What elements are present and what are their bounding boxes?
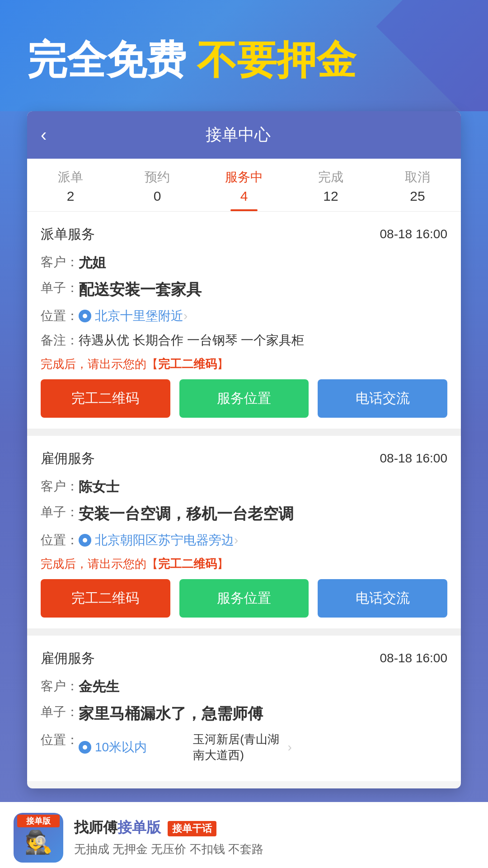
order-card-1: 派单服务 08-18 16:00 客户： 尤姐 单子： 配送安装一套家具 位置： xyxy=(27,212,461,429)
bottom-ad-section: 接单版 🕵️ 找师傅接单版 接单干话 无抽成 无押金 无压价 不扣钱 不套路 xyxy=(0,802,488,868)
order-time-2: 08-18 16:00 xyxy=(380,451,447,466)
qr-link-2: 完工二维码 xyxy=(158,557,217,571)
completion-notice-2: 完成后，请出示您的【完工二维码】 xyxy=(41,556,447,572)
tab-dispatched[interactable]: 派单 2 xyxy=(27,159,114,211)
tab-reserved-count: 0 xyxy=(154,189,161,204)
btn-location-1[interactable]: 服务位置 xyxy=(179,379,309,418)
nav-title: 接单中心 xyxy=(56,124,420,146)
item-label-3: 单子： xyxy=(41,703,79,721)
location-icon-1 xyxy=(79,310,91,322)
tab-in-service-count: 4 xyxy=(240,189,248,204)
order-type-2: 雇佣服务 xyxy=(41,449,95,468)
order-time-1: 08-18 16:00 xyxy=(380,227,447,241)
ad-version: 接单版 xyxy=(117,819,161,835)
tab-dispatched-label: 派单 xyxy=(58,169,83,186)
btn-qr-1[interactable]: 完工二维码 xyxy=(41,379,170,418)
item-value-1: 配送安装一套家具 xyxy=(79,279,447,300)
ad-icon: 接单版 🕵️ xyxy=(14,813,63,863)
customer-label-1: 客户： xyxy=(41,254,79,271)
order-customer-row-3: 客户： 金先生 xyxy=(41,678,447,696)
order-type-1: 派单服务 xyxy=(41,225,95,244)
location-content-2[interactable]: 北京朝阳区苏宁电器旁边 › xyxy=(79,532,238,549)
ad-badge: 接单干话 xyxy=(168,821,216,836)
location-text-3: 玉河新居(青山湖南大道西) xyxy=(193,731,287,763)
remark-label-1: 备注： xyxy=(41,332,79,349)
order-location-row-3[interactable]: 位置： 10米以内 玉河新居(青山湖南大道西) › xyxy=(41,731,447,763)
order-item-row-1: 单子： 配送安装一套家具 xyxy=(41,279,447,300)
remark-value-1: 待遇从优 长期合作 一台钢琴 一个家具柜 xyxy=(79,332,447,349)
completion-notice-1: 完成后，请出示您的【完工二维码】 xyxy=(41,356,447,372)
customer-value-2: 陈女士 xyxy=(79,478,447,496)
location-content-3[interactable]: 10米以内 玉河新居(青山湖南大道西) › xyxy=(79,731,292,763)
order-customer-row-2: 客户： 陈女士 xyxy=(41,478,447,496)
item-label-2: 单子： xyxy=(41,504,79,521)
btn-phone-1[interactable]: 电话交流 xyxy=(318,379,447,418)
order-type-3: 雇佣服务 xyxy=(41,649,95,668)
item-label-1: 单子： xyxy=(41,279,79,297)
hero-yellow-text: 不要押金 xyxy=(197,38,356,82)
tab-dispatched-count: 2 xyxy=(67,189,75,204)
hero-title: 完全免费 不要押金 xyxy=(27,36,461,84)
customer-label-3: 客户： xyxy=(41,678,79,695)
location-label-3: 位置： xyxy=(41,731,79,749)
btn-qr-2[interactable]: 完工二维码 xyxy=(41,579,170,618)
location-label-2: 位置： xyxy=(41,532,79,549)
tab-cancelled-label: 取消 xyxy=(405,169,430,186)
btn-location-2[interactable]: 服务位置 xyxy=(179,579,309,618)
order-card-3: 雇佣服务 08-18 16:00 客户： 金先生 单子： 家里马桶漏水了，急需师… xyxy=(27,636,461,781)
location-arrow-1: › xyxy=(183,309,188,323)
ad-content: 找师傅接单版 接单干话 无抽成 无押金 无压价 不扣钱 不套路 xyxy=(74,818,474,857)
ad-subtitle: 无抽成 无押金 无压价 不扣钱 不套路 xyxy=(74,841,474,857)
action-buttons-1: 完工二维码 服务位置 电话交流 xyxy=(41,379,447,418)
tab-cancelled-count: 25 xyxy=(410,189,425,204)
action-buttons-2: 完工二维码 服务位置 电话交流 xyxy=(41,579,447,618)
order-header-2: 雇佣服务 08-18 16:00 xyxy=(41,449,447,468)
order-item-row-3: 单子： 家里马桶漏水了，急需师傅 xyxy=(41,703,447,724)
order-header-1: 派单服务 08-18 16:00 xyxy=(41,225,447,244)
ad-icon-face: 🕵️ xyxy=(24,829,52,855)
item-value-3: 家里马桶漏水了，急需师傅 xyxy=(79,703,447,724)
order-customer-row-1: 客户： 尤姐 xyxy=(41,254,447,272)
ad-title: 找师傅接单版 接单干话 xyxy=(74,818,474,838)
tab-reserved-label: 预约 xyxy=(145,169,170,186)
location-arrow-2: › xyxy=(234,533,238,547)
location-prefix-3: 10米以内 xyxy=(95,739,189,756)
tab-in-service-label: 服务中 xyxy=(225,169,263,186)
location-icon-2 xyxy=(79,534,91,547)
order-item-row-2: 单子： 安装一台空调，移机一台老空调 xyxy=(41,504,447,524)
back-button[interactable]: ‹ xyxy=(41,125,47,145)
location-arrow-3: › xyxy=(288,740,292,755)
location-content-1[interactable]: 北京十里堡附近 › xyxy=(79,307,188,325)
tab-reserved[interactable]: 预约 0 xyxy=(114,159,201,211)
location-icon-3 xyxy=(79,741,91,754)
order-time-3: 08-18 16:00 xyxy=(380,651,447,665)
app-window: ‹ 接单中心 派单 2 预约 0 服务中 4 完成 12 取消 25 xyxy=(27,111,461,788)
customer-value-1: 尤姐 xyxy=(79,254,447,272)
order-list: 派单服务 08-18 16:00 客户： 尤姐 单子： 配送安装一套家具 位置： xyxy=(27,212,461,781)
tab-bar: 派单 2 预约 0 服务中 4 完成 12 取消 25 xyxy=(27,159,461,212)
ad-icon-label: 接单版 xyxy=(17,815,60,827)
nav-bar: ‹ 接单中心 xyxy=(27,111,461,159)
tab-completed-count: 12 xyxy=(323,189,338,204)
location-label-1: 位置： xyxy=(41,307,79,325)
qr-link-1: 完工二维码 xyxy=(158,357,217,371)
tab-in-service[interactable]: 服务中 4 xyxy=(201,159,287,211)
ad-banner: 接单版 🕵️ 找师傅接单版 接单干话 无抽成 无押金 无压价 不扣钱 不套路 xyxy=(0,802,488,868)
item-value-2: 安装一台空调，移机一台老空调 xyxy=(79,504,447,524)
tab-completed-label: 完成 xyxy=(318,169,343,186)
location-text-1: 北京十里堡附近 xyxy=(95,307,183,325)
customer-value-3: 金先生 xyxy=(79,678,447,696)
order-location-row-2[interactable]: 位置： 北京朝阳区苏宁电器旁边 › xyxy=(41,532,447,549)
hero-white-text: 完全免费 xyxy=(27,38,186,82)
order-location-row-1[interactable]: 位置： 北京十里堡附近 › xyxy=(41,307,447,325)
tab-cancelled[interactable]: 取消 25 xyxy=(374,159,461,211)
btn-phone-2[interactable]: 电话交流 xyxy=(318,579,447,618)
ad-app-name: 找师傅 xyxy=(74,819,117,835)
order-header-3: 雇佣服务 08-18 16:00 xyxy=(41,649,447,668)
order-remark-row-1: 备注： 待遇从优 长期合作 一台钢琴 一个家具柜 xyxy=(41,332,447,349)
order-card-2: 雇佣服务 08-18 16:00 客户： 陈女士 单子： 安装一台空调，移机一台… xyxy=(27,436,461,628)
hero-section: 完全免费 不要押金 xyxy=(0,0,488,111)
customer-label-2: 客户： xyxy=(41,478,79,495)
location-text-2: 北京朝阳区苏宁电器旁边 xyxy=(95,532,234,549)
tab-completed[interactable]: 完成 12 xyxy=(287,159,374,211)
